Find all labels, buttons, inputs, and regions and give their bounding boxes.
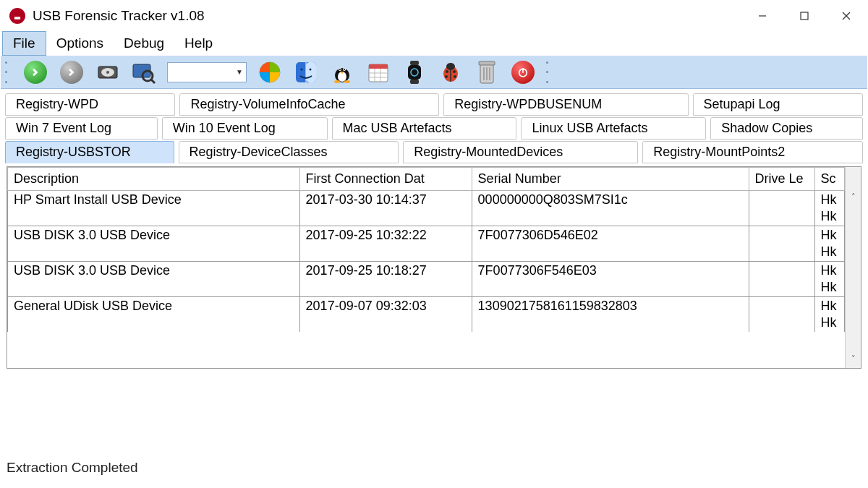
toolbar-grip-end [546,61,550,83]
svg-rect-41 [479,61,495,65]
cell-drive [749,262,814,281]
tab-area: Registry-WPD Registry-VolumeInfoCache Re… [1,89,867,163]
svg-rect-30 [410,80,419,84]
table-subrow[interactable]: Hk [8,244,845,262]
results-table: Description First Connection Dat Serial … [7,166,861,369]
cell-sc: Hk [814,191,844,210]
app-window: USB Forensic Tracker v1.08 File Options … [0,0,868,488]
col-drive[interactable]: Drive Le [749,168,814,191]
cell-date: 2017-09-07 09:32:03 [299,297,472,316]
svg-point-36 [446,70,448,73]
cell-serial: 1309021758161159832803 [472,297,749,316]
col-first-connection[interactable]: First Connection Dat [299,168,472,191]
svg-point-21 [334,80,340,83]
svg-line-9 [151,80,155,83]
svg-rect-1 [801,12,808,20]
scroll-down-icon[interactable]: ˅ [846,351,861,367]
scroll-up-icon[interactable]: ˄ [846,189,861,205]
search-icon[interactable] [131,59,157,85]
tab-shadow-copies[interactable]: Shadow Copies [710,117,863,140]
trash-icon[interactable] [474,59,500,85]
window-title: USB Forensic Tracker v1.08 [33,8,205,24]
cell-description: HP Smart Install USB Device [8,191,300,210]
disk-icon[interactable] [95,59,121,85]
tab-win10-eventlog[interactable]: Win 10 Event Log [162,117,328,140]
tab-registry-usbstor[interactable]: Registry-USBSTOR [5,141,174,163]
power-icon[interactable] [510,59,536,85]
cell-serial: 000000000Q803SM7SI1c [472,191,749,210]
svg-point-19 [339,69,341,70]
svg-point-39 [454,75,456,78]
table-row[interactable]: General UDisk USB Device2017-09-07 09:32… [8,297,845,316]
svg-point-13 [301,68,303,70]
cell-sc: Hk [814,244,844,262]
toolbar-combo[interactable]: ▼ [167,62,247,82]
menu-help[interactable]: Help [174,31,223,56]
linux-tux-icon[interactable] [329,59,355,85]
cell-serial: 7F0077306F546E03 [472,262,749,281]
svg-point-22 [344,80,350,83]
bug-icon[interactable] [438,59,464,85]
vertical-scrollbar[interactable]: ˄ ˅ [845,167,861,368]
menu-options[interactable]: Options [46,31,114,56]
run-gray-icon[interactable] [59,59,85,85]
table-row[interactable]: USB DISK 3.0 USB Device2017-09-25 10:32:… [8,226,845,245]
app-icon [9,8,25,24]
tab-registry-mountpoints2[interactable]: Registry-MountPoints2 [642,141,863,163]
menu-file[interactable]: File [2,31,46,56]
menu-debug[interactable]: Debug [114,31,174,56]
tab-registry-wpd[interactable]: Registry-WPD [5,93,175,116]
svg-point-37 [453,70,456,73]
run-green-icon[interactable] [22,59,48,85]
cell-description: USB DISK 3.0 USB Device [8,226,300,245]
tab-mac-usb-artefacts[interactable]: Mac USB Artefacts [332,117,517,140]
toolbar-grip [5,61,9,83]
cell-serial: 7F0077306D546E02 [472,226,749,245]
chevron-down-icon: ▼ [236,68,243,76]
col-description[interactable]: Description [8,168,300,191]
tab-registry-deviceclasses[interactable]: Registry-DeviceClasses [179,141,399,163]
tab-registry-wpdbusenum[interactable]: Registry-WPDBUSENUM [443,93,688,116]
close-button[interactable] [825,1,867,31]
table-row[interactable]: USB DISK 3.0 USB Device2017-09-25 10:18:… [8,262,845,281]
col-serial[interactable]: Serial Number [472,168,749,191]
svg-point-20 [344,69,345,70]
cell-date: 2017-03-30 10:14:37 [299,191,472,210]
svg-point-14 [310,68,312,70]
minimize-button[interactable] [741,1,783,31]
tab-setupapi-log[interactable]: Setupapi Log [693,93,863,116]
cell-drive [749,226,814,245]
toolbar: ▼ [1,56,867,89]
mac-finder-icon[interactable] [293,59,319,85]
tab-linux-usb-artefacts[interactable]: Linux USB Artefacts [521,117,706,140]
cell-description: General UDisk USB Device [8,297,300,316]
cell-date: 2017-09-25 10:18:27 [299,262,472,281]
svg-rect-29 [410,61,419,65]
titlebar: USB Forensic Tracker v1.08 [1,1,867,31]
cell-sc: Hk [814,226,844,245]
cell-drive [749,297,814,316]
cell-drive [749,191,814,210]
watch-icon[interactable] [401,59,427,85]
maximize-button[interactable] [783,1,825,31]
cell-sc: Hk [814,297,844,316]
cell-sc: Hk [814,280,844,297]
cell-description: USB DISK 3.0 USB Device [8,262,300,281]
table-row[interactable]: HP Smart Install USB Device2017-03-30 10… [8,191,845,210]
windows-icon[interactable] [257,59,283,85]
tab-registry-mounteddevices[interactable]: Registry-MountedDevices [403,141,638,163]
status-text: Extraction Completed [7,460,138,476]
col-sc[interactable]: Sc [814,168,844,191]
calendar-icon[interactable] [365,59,391,85]
svg-point-38 [445,75,448,78]
svg-point-6 [106,71,109,74]
table-subrow[interactable]: Hk [8,280,845,297]
table-subrow[interactable]: Hk [8,315,845,332]
table-subrow[interactable]: Hk [8,209,845,226]
menubar: File Options Debug Help [1,31,867,56]
table-header-row: Description First Connection Dat Serial … [8,168,845,191]
tab-registry-volumeinfocache[interactable]: Registry-VolumeInfoCache [179,93,439,116]
svg-rect-12 [306,62,316,82]
cell-date: 2017-09-25 10:32:22 [299,226,472,245]
tab-win7-eventlog[interactable]: Win 7 Event Log [5,117,158,140]
